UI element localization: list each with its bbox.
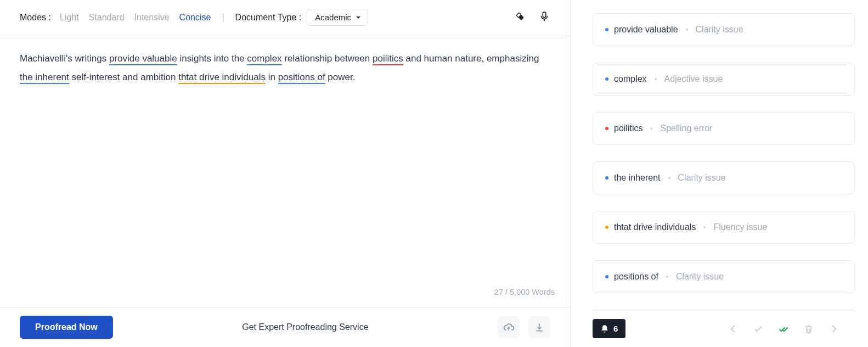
issue-phrase: the inherent: [614, 173, 661, 183]
issue-dot-icon: [605, 275, 608, 278]
notification-count: 6: [613, 324, 618, 333]
cloud-upload-button[interactable]: [498, 316, 520, 338]
separator-dot-icon: [703, 226, 706, 228]
text-span: relationship between: [282, 53, 373, 64]
expert-proofreading-link[interactable]: Get Expert Proofreading Service: [242, 322, 368, 332]
modes-label: Modes :: [20, 13, 51, 23]
editor-text[interactable]: Machiavelli's writings provide valuable …: [20, 49, 550, 87]
issue-phrase: thtat drive individuals: [614, 222, 696, 232]
mode-tab-intensive[interactable]: Intensive: [134, 13, 170, 23]
flagged-phrase[interactable]: complex: [247, 53, 281, 65]
delete-button[interactable]: [803, 323, 814, 334]
flagged-phrase[interactable]: thtat drive individuals: [178, 72, 266, 84]
doc-type-dropdown[interactable]: Academic: [307, 9, 368, 26]
bottom-bar-right: 6: [593, 310, 855, 347]
issue-type: Clarity issue: [678, 173, 726, 183]
text-span: self-interest and ambition: [69, 72, 178, 82]
microphone-icon[interactable]: [538, 10, 550, 25]
issue-dot-icon: [605, 28, 608, 31]
issue-type: Adjective issue: [664, 74, 723, 84]
issues-panel: provide valuableClarity issuecomplexAdje…: [571, 0, 868, 347]
issue-type: Spelling error: [660, 124, 712, 133]
download-button[interactable]: [528, 316, 550, 338]
issue-card[interactable]: complexAdjective issue: [593, 63, 855, 96]
chevron-down-icon: [356, 15, 361, 20]
separator-dot-icon: [650, 127, 652, 130]
word-count: 27 / 5,000 Words: [494, 284, 555, 300]
issue-card[interactable]: thtat drive individualsFluency issue: [593, 211, 855, 244]
proofread-button[interactable]: Proofread Now: [20, 316, 113, 339]
text-span: in: [266, 72, 278, 82]
text-span: Machiavelli's writings: [20, 53, 109, 64]
separator-dot-icon: [668, 177, 670, 179]
flagged-phrase[interactable]: poilitics: [373, 53, 403, 65]
mode-tab-standard[interactable]: Standard: [89, 13, 125, 23]
issue-card[interactable]: the inherentClarity issue: [593, 161, 855, 194]
issue-type: Clarity issue: [676, 272, 724, 282]
svg-rect-2: [543, 12, 546, 17]
bottom-bar-left: Proofread Now Get Expert Proofreading Se…: [0, 307, 570, 347]
notifications-pill[interactable]: 6: [593, 319, 625, 338]
issue-phrase: provide valuable: [614, 25, 678, 35]
top-bar: Modes : LightStandardIntensiveConcise | …: [0, 0, 570, 36]
issue-phrase: complex: [614, 74, 647, 84]
accept-all-button[interactable]: [778, 323, 789, 334]
issue-dot-icon: [605, 176, 608, 180]
issue-dot-icon: [605, 77, 608, 81]
eraser-icon[interactable]: [514, 10, 526, 25]
issue-type: Fluency issue: [713, 222, 767, 232]
prev-issue-button[interactable]: [728, 323, 739, 334]
text-span: power.: [325, 72, 356, 82]
accept-button[interactable]: [753, 323, 764, 334]
separator-dot-icon: [686, 29, 688, 31]
doc-type-value: Academic: [315, 13, 351, 22]
flagged-phrase[interactable]: positions of: [278, 72, 325, 84]
issue-dot-icon: [605, 226, 608, 229]
next-issue-button[interactable]: [828, 323, 839, 334]
modes-list: LightStandardIntensiveConcise: [60, 13, 211, 23]
issue-card[interactable]: poiliticsSpelling error: [593, 112, 855, 145]
editor[interactable]: Machiavelli's writings provide valuable …: [0, 36, 570, 307]
flagged-phrase[interactable]: provide valuable: [109, 53, 177, 65]
separator-dot-icon: [666, 276, 668, 278]
mode-tab-light[interactable]: Light: [60, 13, 79, 23]
separator-dot-icon: [655, 78, 657, 80]
issue-dot-icon: [605, 127, 608, 130]
text-span: insights into the: [177, 53, 247, 64]
bell-icon: [600, 324, 609, 333]
issue-card[interactable]: provide valuableClarity issue: [593, 13, 855, 46]
flagged-phrase[interactable]: the inherent: [20, 72, 69, 84]
doc-type-label: Document Type :: [235, 13, 302, 23]
issue-phrase: positions of: [614, 272, 658, 282]
text-span: and human nature, emphasizing: [403, 53, 539, 64]
issue-type: Clarity issue: [696, 25, 743, 35]
mode-tab-concise[interactable]: Concise: [179, 13, 211, 23]
topbar-divider: |: [222, 13, 224, 23]
issue-card[interactable]: positions ofClarity issue: [593, 260, 855, 293]
issue-phrase: poilitics: [614, 124, 642, 133]
